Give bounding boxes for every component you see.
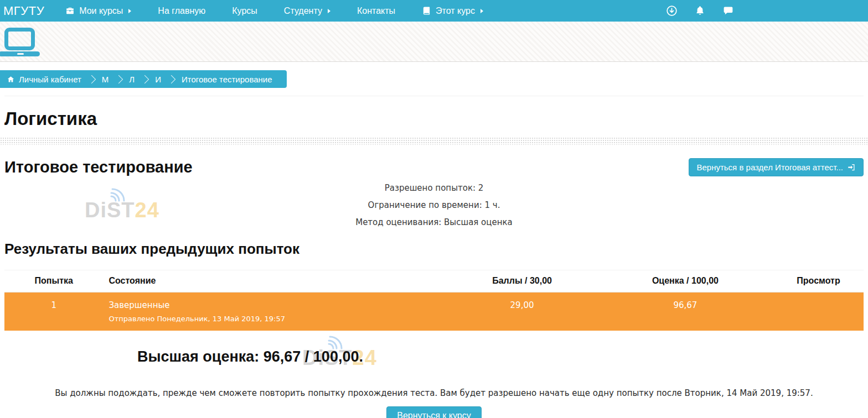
back-button-label: Вернуться в раздел Итоговая аттест... xyxy=(696,163,843,172)
col-header-grade: Оценка / 100,00 xyxy=(597,270,773,292)
bell-icon[interactable] xyxy=(694,5,706,17)
quiz-info-attempts-allowed: Разрешено попыток: 2 xyxy=(4,183,864,193)
state-label: Завершенные xyxy=(108,300,169,310)
breadcrumb-home-link[interactable]: Личный кабинет xyxy=(7,75,81,84)
nav-item-student[interactable]: Студенту xyxy=(271,0,344,22)
site-logo[interactable]: МГУТУ xyxy=(0,4,52,18)
nav-item-label: Контакты xyxy=(357,6,395,16)
breadcrumb-label: Личный кабинет xyxy=(19,75,81,84)
col-header-state: Состояние xyxy=(103,270,447,292)
nav-item-label: Курсы xyxy=(232,6,257,16)
cell-review xyxy=(773,292,864,331)
header-band xyxy=(0,22,868,62)
chevron-right-icon xyxy=(87,75,96,83)
nav-item-courses[interactable]: Курсы xyxy=(219,0,271,22)
highest-grade-text: Высшая оценка: 96,67 / 100,00. xyxy=(137,348,864,365)
briefcase-icon xyxy=(65,6,75,15)
breadcrumb-current: Итоговое тестирование xyxy=(182,75,272,84)
quiz-info-time-limit: Ограничение по времени: 1 ч. xyxy=(4,200,864,210)
attempts-table: Попытка Состояние Баллы / 30,00 Оценка /… xyxy=(4,270,864,331)
chevron-right-icon xyxy=(167,75,176,83)
nav-item-my-courses[interactable]: Мои курсы xyxy=(52,0,144,22)
page-title: Логистика xyxy=(4,108,864,129)
top-navbar: МГУТУ Мои курсы На главную Курсы Студент… xyxy=(0,0,868,22)
book-icon xyxy=(422,6,431,15)
caret-right-icon xyxy=(328,9,330,13)
dotted-separator xyxy=(0,137,868,145)
col-header-marks: Баллы / 30,00 xyxy=(447,270,597,292)
quiz-info-block: DiST24 Разрешено попыток: 2 Ограничение … xyxy=(4,183,864,227)
return-to-course-button[interactable]: Вернуться к курсу xyxy=(386,406,481,418)
laptop-logo-icon[interactable] xyxy=(0,22,44,62)
nav-item-label: Мои курсы xyxy=(79,6,123,16)
nav-item-label: Студенту xyxy=(284,6,322,16)
state-submitted-timestamp: Отправлено Понедельник, 13 Май 2019, 19:… xyxy=(108,315,441,323)
col-header-attempt: Попытка xyxy=(4,270,103,292)
cell-grade: 96,67 xyxy=(597,292,773,331)
nav-item-contacts[interactable]: Контакты xyxy=(344,0,409,22)
caret-right-icon xyxy=(128,9,131,13)
nav-item-label: На главную xyxy=(158,6,205,16)
cell-attempt-number: 1 xyxy=(4,292,103,331)
cell-state: Завершенные Отправлено Понедельник, 13 М… xyxy=(103,292,447,331)
navbar-icon-group xyxy=(666,5,734,17)
breadcrumb-link-m[interactable]: М xyxy=(102,75,109,84)
content-divider xyxy=(4,96,864,96)
chevron-right-icon xyxy=(115,75,123,83)
breadcrumb-link-l[interactable]: Л xyxy=(129,75,135,84)
breadcrumb-link-i[interactable]: И xyxy=(155,75,161,84)
quiz-title: Итоговое тестирование xyxy=(4,158,193,176)
caret-right-icon xyxy=(480,9,483,13)
back-to-section-button[interactable]: Вернуться в раздел Итоговая аттест... xyxy=(689,158,864,176)
table-row: 1 Завершенные Отправлено Понедельник, 13… xyxy=(4,292,864,331)
table-header-row: Попытка Состояние Баллы / 30,00 Оценка /… xyxy=(4,270,864,292)
breadcrumb: Личный кабинет М Л И Итоговое тестирован… xyxy=(0,70,287,88)
chevron-right-icon xyxy=(141,75,149,83)
final-grade-block: DiST24 Высшая оценка: 96,67 / 100,00. xyxy=(4,348,864,369)
return-button-label: Вернуться к курсу xyxy=(397,411,471,418)
quiz-info-grading-method: Метод оценивания: Высшая оценка xyxy=(4,217,864,227)
home-icon xyxy=(7,75,15,83)
attempts-heading: Результаты ваших предыдущих попыток xyxy=(4,241,864,258)
nav-item-this-course[interactable]: Этот курс xyxy=(409,0,497,22)
nav-item-home[interactable]: На главную xyxy=(144,0,219,22)
sign-in-icon xyxy=(848,163,856,171)
col-header-review: Просмотр xyxy=(773,270,864,292)
chat-icon[interactable] xyxy=(722,5,734,17)
download-circle-icon[interactable] xyxy=(666,5,678,17)
cell-marks: 29,00 xyxy=(447,292,597,331)
nav-item-label: Этот курс xyxy=(436,6,475,16)
wait-message: Вы должны подождать, прежде чем сможете … xyxy=(4,388,864,398)
